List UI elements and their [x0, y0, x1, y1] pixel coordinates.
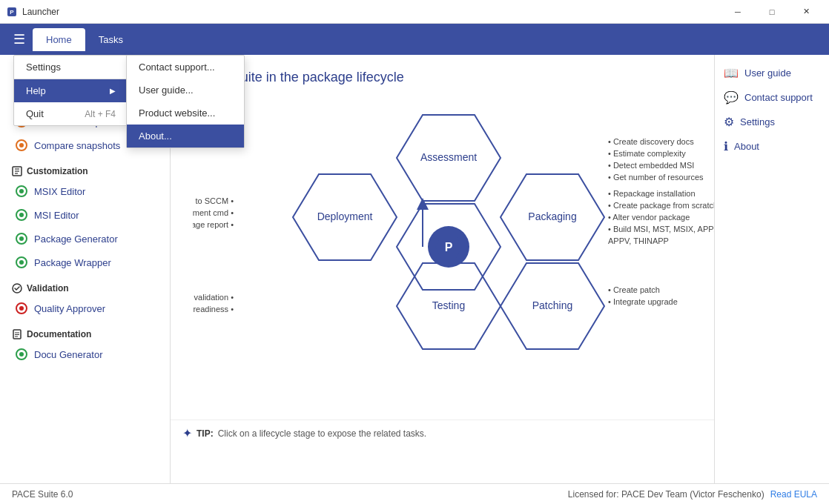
svg-text:• Integrate upgrade: • Integrate upgrade	[608, 297, 678, 306]
sidebar-item-docu-generator[interactable]: Docu Generator	[0, 342, 170, 366]
svg-text:• Create patch: • Create patch	[608, 285, 660, 294]
menu-quit-label: Quit	[26, 108, 44, 119]
svg-text:P: P	[10, 9, 14, 16]
testing-hex[interactable]: Testing	[397, 263, 501, 349]
tip-bar: ✦ TIP: Click on a lifecycle stage to exp…	[171, 420, 714, 446]
patching-hex[interactable]: Patching	[501, 263, 604, 349]
version-text: PACE Suite 6.0	[12, 489, 73, 500]
gear-icon: ⚙	[724, 115, 734, 129]
svg-text:• Get number of resources: • Get number of resources	[608, 173, 704, 182]
license-text: Licensed for: PACE Dev Team (Victor Fesc…	[568, 489, 764, 500]
close-button[interactable]: ✕	[789, 0, 823, 24]
validation-section-title: Validation	[0, 274, 170, 296]
svg-point-24	[19, 306, 24, 311]
svg-text:APPV, THINAPP: APPV, THINAPP	[608, 236, 669, 245]
user-guide-label: User guide	[744, 67, 791, 79]
menu-toggle-button[interactable]: ☰	[6, 27, 33, 52]
tip-label: TIP:	[196, 428, 214, 439]
svg-text:• Repackage installation: • Repackage installation	[608, 189, 696, 198]
status-bar-right: Licensed for: PACE Dev Team (Victor Fesc…	[568, 489, 817, 500]
svg-point-9	[19, 143, 24, 147]
content-area: PACE Suite in the package lifecycle Asse…	[171, 55, 714, 483]
help-about[interactable]: About...	[127, 125, 244, 147]
pkg-gen-icon	[15, 232, 28, 245]
packaging-hex[interactable]: Packaging	[501, 174, 604, 260]
menu-settings[interactable]: Settings	[14, 56, 128, 79]
tab-home[interactable]: Home	[33, 28, 85, 51]
sidebar-item-msi-editor[interactable]: MSI Editor	[0, 203, 170, 227]
info-icon: ℹ	[724, 139, 728, 153]
right-panel-contact-support[interactable]: 💬 Contact support	[724, 90, 820, 105]
title-bar: P Launcher ─ □ ✕	[0, 0, 829, 24]
app-title: Launcher	[22, 7, 721, 17]
package-wrapper-label: Package Wrapper	[34, 257, 111, 268]
sidebar-item-package-wrapper[interactable]: Package Wrapper	[0, 251, 170, 274]
validation-section-icon	[12, 283, 22, 294]
svg-text:• Alter vendor package: • Alter vendor package	[608, 213, 690, 222]
svg-text:• Create discovery docs: • Create discovery docs	[608, 137, 694, 146]
customization-section-title: Customization	[0, 157, 170, 179]
app-icon: P	[6, 6, 18, 18]
tip-icon: ✦	[182, 426, 192, 440]
customization-section-icon	[12, 166, 22, 176]
nav-bar: ☰ Home Tasks	[0, 24, 829, 55]
quality-approver-label: Quality Approver	[34, 303, 105, 314]
right-panel-settings[interactable]: ⚙ Settings	[724, 115, 820, 129]
right-panel-user-guide[interactable]: 📖 User guide	[724, 66, 820, 80]
sidebar-item-msix-editor[interactable]: MSIX Editor	[0, 179, 170, 203]
help-user-guide[interactable]: User guide...	[127, 79, 244, 102]
about-label: About	[734, 141, 759, 152]
tab-tasks[interactable]: Tasks	[85, 28, 136, 51]
qa-icon	[15, 302, 28, 315]
chat-icon: 💬	[724, 90, 739, 105]
customization-title-text: Customization	[27, 166, 88, 176]
quit-shortcut: Alt + F4	[85, 109, 116, 119]
help-product-website[interactable]: Product website...	[127, 102, 244, 125]
docu-generator-label: Docu Generator	[34, 349, 103, 360]
book-icon: 📖	[724, 66, 739, 80]
help-submenu: Contact support... User guide... Product…	[126, 55, 245, 148]
contact-support-label: Contact support	[744, 92, 813, 103]
svg-point-17	[19, 213, 24, 217]
svg-text:Publish to SCCM •: Publish to SCCM •	[193, 196, 234, 205]
svg-text:Run ICE validation •: Run ICE validation •	[193, 293, 234, 302]
svg-point-30	[19, 352, 24, 357]
settings-menu: Settings Help ▶ Quit Alt + F4	[13, 55, 128, 126]
maximize-button[interactable]: □	[755, 0, 789, 24]
svg-text:• Build MSI, MST, MSIX, APPX,: • Build MSI, MST, MSIX, APPX,	[608, 225, 714, 233]
svg-point-15	[19, 189, 24, 193]
menu-quit[interactable]: Quit Alt + F4	[14, 102, 128, 125]
validation-title-text: Validation	[27, 283, 69, 294]
documentation-title-text: Documentation	[27, 329, 91, 339]
diagram-container: PACE Suite in the package lifecycle Asse…	[171, 55, 714, 446]
deployment-hex[interactable]: Deployment	[293, 174, 397, 260]
menu-settings-label: Settings	[26, 62, 61, 73]
window-controls: ─ □ ✕	[721, 0, 823, 24]
lifecycle-diagram: Assessment Packaging Patching Testing	[193, 100, 714, 397]
svg-text:Packaging: Packaging	[528, 210, 576, 222]
right-panel: 📖 User guide 💬 Contact support ⚙ Setting…	[714, 55, 829, 483]
sidebar-item-quality-approver[interactable]: Quality Approver	[0, 296, 170, 320]
msi-icon	[15, 208, 28, 222]
diagram-title: PACE Suite in the package lifecycle	[193, 70, 699, 85]
help-submenu-chevron: ▶	[110, 87, 116, 95]
svg-text:Generate package report •: Generate package report •	[193, 220, 234, 229]
assessment-hex[interactable]: Assessment	[397, 115, 501, 201]
documentation-section-title: Documentation	[0, 320, 170, 342]
help-contact-support[interactable]: Contact support...	[127, 56, 244, 79]
menu-help-label: Help	[26, 85, 46, 96]
svg-text:• Create package from scratch: • Create package from scratch	[608, 201, 714, 210]
package-generator-label: Package Generator	[34, 233, 118, 245]
compare-icon	[15, 139, 28, 152]
menu-help[interactable]: Help ▶	[14, 79, 128, 102]
svg-text:Testing: Testing	[432, 299, 465, 311]
svg-text:Assessment: Assessment	[420, 151, 477, 163]
svg-text:• Detect embedded MSI: • Detect embedded MSI	[608, 161, 694, 170]
svg-text:• Estimate complexity: • Estimate complexity	[608, 149, 686, 158]
sidebar-item-package-generator[interactable]: Package Generator	[0, 227, 170, 251]
right-panel-about[interactable]: ℹ About	[724, 139, 820, 153]
msix-editor-label: MSIX Editor	[34, 186, 85, 197]
minimize-button[interactable]: ─	[721, 0, 755, 24]
docu-icon	[15, 348, 28, 361]
eula-link[interactable]: Read EULA	[770, 489, 817, 500]
